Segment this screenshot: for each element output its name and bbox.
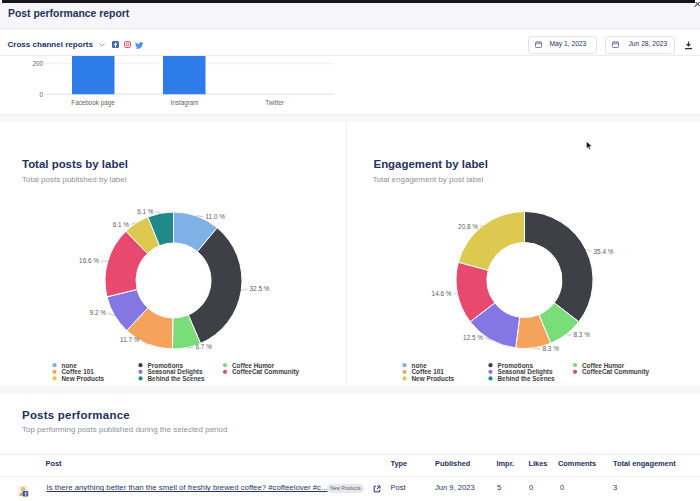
svg-text:CoffeeCat Community: CoffeeCat Community: [232, 368, 300, 376]
svg-text:8.3 %: 8.3 %: [543, 345, 560, 352]
svg-text:Behind the Scenes: Behind the Scenes: [498, 375, 556, 382]
svg-text:11.7 %: 11.7 %: [120, 336, 140, 343]
svg-text:8.3 %: 8.3 %: [574, 331, 591, 338]
svg-text:6.1 %: 6.1 %: [137, 208, 154, 215]
svg-text:New Products: New Products: [62, 375, 105, 382]
svg-text:35.4 %: 35.4 %: [594, 248, 614, 255]
svg-text:11.0 %: 11.0 %: [206, 213, 226, 220]
svg-text:32.5 %: 32.5 %: [250, 285, 270, 292]
svg-text:Behind the Scenes: Behind the Scenes: [148, 375, 206, 382]
svg-text:6.7 %: 6.7 %: [196, 343, 213, 350]
svg-text:CoffeeCat Community: CoffeeCat Community: [582, 368, 650, 376]
svg-text:New Products: New Products: [412, 375, 455, 382]
svg-text:9.2 %: 9.2 %: [90, 309, 107, 316]
svg-text:6.1 %: 6.1 %: [113, 221, 130, 228]
svg-text:20.8 %: 20.8 %: [458, 223, 478, 230]
svg-text:16.6 %: 16.6 %: [79, 257, 99, 264]
svg-text:12.5 %: 12.5 %: [463, 334, 483, 341]
svg-text:14.6 %: 14.6 %: [432, 290, 452, 297]
